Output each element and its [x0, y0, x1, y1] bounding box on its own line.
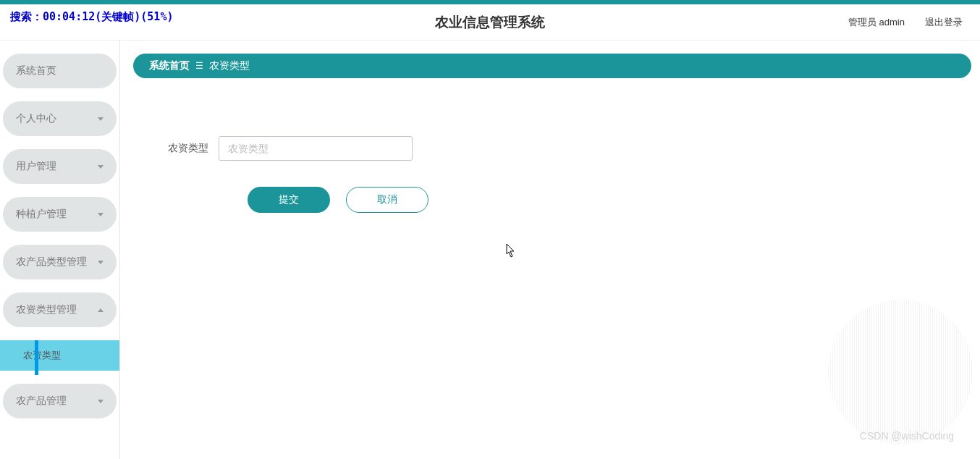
form-row-supply-type: 农资类型: [168, 136, 971, 161]
sidebar-item-label: 个人中心: [16, 112, 56, 125]
field-label: 农资类型: [168, 142, 208, 155]
sidebar-item-home[interactable]: 系统首页: [3, 54, 117, 88]
sidebar-item-supply-type-mgmt[interactable]: 农资类型管理: [3, 292, 117, 327]
sidebar-item-label: 农产品管理: [16, 395, 67, 408]
sidebar-item-product-mgmt[interactable]: 农产品管理: [3, 384, 117, 418]
breadcrumb-current: 农资类型: [209, 59, 250, 72]
sidebar-subitem-label: 农资类型: [23, 349, 61, 362]
sidebar-item-user-mgmt[interactable]: 用户管理: [3, 149, 117, 184]
supply-type-input[interactable]: [219, 136, 413, 161]
recording-overlay: 搜索：00:04:12(关键帧)(51%): [10, 10, 173, 24]
breadcrumb-home[interactable]: 系统首页: [149, 59, 190, 72]
submit-button[interactable]: 提交: [248, 187, 330, 213]
logout-link[interactable]: 退出登录: [925, 16, 963, 29]
cursor-icon: [504, 243, 517, 263]
header: 搜索：00:04:12(关键帧)(51%) 农业信息管理系统 管理员 admin…: [0, 4, 980, 41]
sidebar-item-label: 用户管理: [16, 160, 56, 173]
watermark-pattern: [828, 300, 973, 445]
button-row: 提交 取消: [168, 187, 971, 213]
watermark-text: CSDN @wishCoding: [860, 430, 954, 442]
sidebar-item-label: 农产品类型管理: [16, 256, 87, 269]
sidebar-item-product-type-mgmt[interactable]: 农产品类型管理: [3, 245, 117, 279]
sidebar: 系统首页 个人中心 用户管理 种植户管理 农产品类型管理 农资类型管理 农资类型…: [0, 41, 120, 459]
breadcrumb: 系统首页 ☰ 农资类型: [133, 54, 971, 78]
app-title: 农业信息管理系统: [435, 13, 545, 32]
cancel-button[interactable]: 取消: [346, 187, 428, 213]
content: 系统首页 ☰ 农资类型 农资类型 提交 取消 CSDN @wishCoding: [120, 41, 980, 459]
user-label[interactable]: 管理员 admin: [848, 16, 905, 29]
form-area: 农资类型 提交 取消: [133, 136, 971, 213]
main: 系统首页 个人中心 用户管理 种植户管理 农产品类型管理 农资类型管理 农资类型…: [0, 41, 980, 459]
sidebar-subitem-supply-type[interactable]: 农资类型: [0, 340, 119, 371]
sidebar-item-label: 农资类型管理: [16, 303, 77, 316]
sidebar-item-label: 系统首页: [16, 64, 56, 77]
breadcrumb-separator-icon: ☰: [195, 61, 203, 71]
sidebar-item-label: 种植户管理: [16, 208, 67, 221]
header-right: 管理员 admin 退出登录: [848, 16, 963, 29]
sidebar-item-profile[interactable]: 个人中心: [3, 101, 117, 136]
sidebar-item-grower-mgmt[interactable]: 种植户管理: [3, 197, 117, 232]
